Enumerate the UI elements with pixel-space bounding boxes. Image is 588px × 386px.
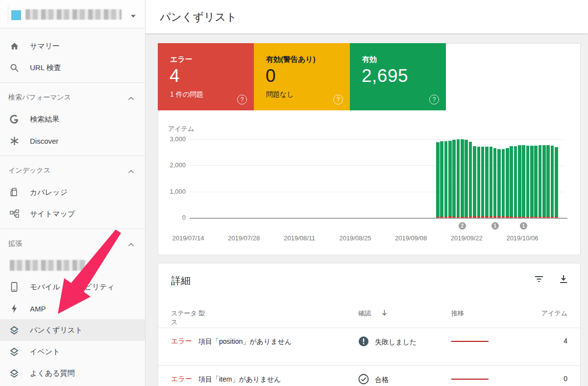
trend-sparkline: [451, 341, 489, 342]
bar-error: [481, 216, 485, 218]
row-type: 項目「position」がありません: [198, 335, 358, 348]
valid-card[interactable]: 有効2,695?: [350, 43, 446, 110]
sidebar-item-redacted[interactable]: [0, 255, 145, 276]
bar-valid: [539, 145, 542, 217]
sidebar-item-よくある質問[interactable]: よくある質問: [0, 362, 145, 384]
bar-error: [522, 217, 525, 218]
trend-sparkline: [451, 379, 489, 380]
nav-section-検索パフォーマンス[interactable]: 検索パフォーマンス: [0, 87, 145, 108]
bar-valid: [493, 148, 497, 216]
property-selector[interactable]: [0, 0, 145, 28]
bar-error: [497, 216, 501, 218]
mobile-icon: [9, 282, 19, 292]
row-items-count: 0: [520, 375, 580, 383]
property-name-redacted: [25, 9, 122, 20]
row-check: 合格: [358, 374, 451, 386]
bar-valid: [469, 142, 472, 217]
bar-error: [502, 216, 505, 218]
valid-warning-card[interactable]: 有効(警告あり)0問題なし?: [254, 43, 350, 110]
chart-annotation-marker[interactable]: 2: [459, 222, 466, 230]
sidebar-nav: サマリーURL 検査検索パフォーマンス検索結果Discoverインデックスカバレ…: [0, 35, 145, 384]
row-status: エラー: [158, 375, 198, 384]
coverage-icon: [9, 187, 19, 197]
bar-error: [490, 216, 493, 218]
content-area: エラー41 件の問題?有効(警告あり)0問題なし?有効2,695? アイテム 3…: [146, 33, 588, 386]
amp-icon: [9, 304, 19, 313]
nav-section-label: 検索パフォーマンス: [8, 93, 71, 102]
nav-section-label: インデックス: [8, 166, 50, 175]
bar-error: [461, 217, 464, 218]
bar-error: [444, 217, 448, 218]
bar-valid: [477, 147, 481, 216]
column-header-items: アイテム: [520, 309, 580, 318]
chart-annotation-marker[interactable]: 1: [491, 222, 499, 230]
sidebar-item-サマリー[interactable]: サマリー: [0, 35, 145, 57]
help-icon[interactable]: ?: [333, 95, 343, 104]
bar-valid: [444, 141, 448, 217]
help-icon[interactable]: ?: [237, 95, 247, 104]
sidebar-item-label: 検索結果: [30, 115, 59, 124]
sidebar-item-サイトマップ[interactable]: サイトマップ: [0, 203, 145, 225]
bar-error: [465, 217, 468, 218]
chart-annotation-marker[interactable]: 1: [520, 222, 527, 230]
bar-error: [436, 217, 440, 218]
bar-valid: [555, 147, 558, 217]
download-icon[interactable]: [558, 273, 569, 285]
redacted-label: [10, 260, 87, 271]
table-row[interactable]: エラー項目「item」がありません合格0: [158, 366, 580, 386]
filter-icon[interactable]: [533, 273, 545, 285]
bar-error: [551, 217, 554, 218]
row-type: 項目「item」がありません: [198, 372, 358, 386]
row-check-label: 失敗しました: [375, 338, 416, 347]
nav-section-インデックス[interactable]: インデックス: [0, 160, 145, 181]
card-label: エラー: [170, 55, 193, 64]
table-row[interactable]: エラー項目「position」がありません失敗しました4: [158, 328, 580, 366]
bar-valid: [436, 142, 440, 217]
bar-valid: [546, 145, 550, 217]
column-header-check[interactable]: 確認: [358, 309, 451, 318]
summary-panel: エラー41 件の問題?有効(警告あり)0問題なし?有効2,695? アイテム 3…: [158, 43, 581, 255]
bar-valid: [506, 148, 509, 216]
card-sublabel: 問題なし: [266, 90, 294, 99]
sidebar-item-イベント[interactable]: イベント: [0, 341, 145, 362]
card-value: 2,695: [362, 66, 408, 86]
sort-desc-icon: [382, 309, 387, 317]
y-tick-label: 2,000: [160, 161, 186, 169]
sidebar-item-モバイル ユーザビリティ[interactable]: モバイル ユーザビリティ: [0, 276, 145, 298]
sidebar-item-Discover[interactable]: Discover: [0, 130, 145, 152]
sidebar-item-AMP[interactable]: AMP: [0, 298, 145, 319]
bar-valid: [526, 146, 530, 217]
bar-valid: [502, 149, 505, 217]
bar-error: [457, 217, 460, 218]
caret-down-icon: [130, 11, 136, 20]
sidebar-item-パンくずリスト[interactable]: パンくずリスト: [0, 319, 145, 341]
help-icon[interactable]: ?: [429, 95, 439, 104]
sidebar-item-カバレッジ[interactable]: カバレッジ: [0, 181, 145, 203]
bar-error: [514, 217, 517, 218]
x-tick-label: 2019/07/28: [220, 234, 269, 242]
nav-section-拡張[interactable]: 拡張: [0, 233, 145, 255]
bar-valid: [497, 149, 501, 216]
sidebar-item-label: カバレッジ: [30, 188, 68, 197]
column-header-type: 型: [198, 309, 358, 318]
x-tick-label: 2019/09/22: [442, 234, 491, 242]
sidebar-item-URL 検査[interactable]: URL 検査: [0, 57, 145, 78]
bar-valid: [440, 141, 443, 217]
discover-icon: [9, 136, 19, 146]
bar-valid: [542, 145, 546, 217]
bar-error: [518, 217, 521, 218]
x-tick-label: 2019/10/06: [498, 234, 547, 242]
bar-error: [493, 216, 497, 218]
row-items-count: 4: [520, 337, 580, 345]
bar-error: [440, 217, 443, 218]
bar-valid: [457, 139, 460, 216]
bar-error: [477, 216, 481, 218]
sidebar-item-検索結果[interactable]: 検索結果: [0, 108, 145, 130]
nav-divider: [0, 82, 145, 83]
bar-valid: [448, 141, 452, 216]
sidebar-item-label: パンくずリスト: [30, 326, 82, 335]
error-card[interactable]: エラー41 件の問題?: [158, 43, 254, 110]
error-filled-icon: [358, 336, 369, 348]
sidebar-item-label: サマリー: [30, 42, 60, 51]
bar-error: [534, 217, 538, 218]
